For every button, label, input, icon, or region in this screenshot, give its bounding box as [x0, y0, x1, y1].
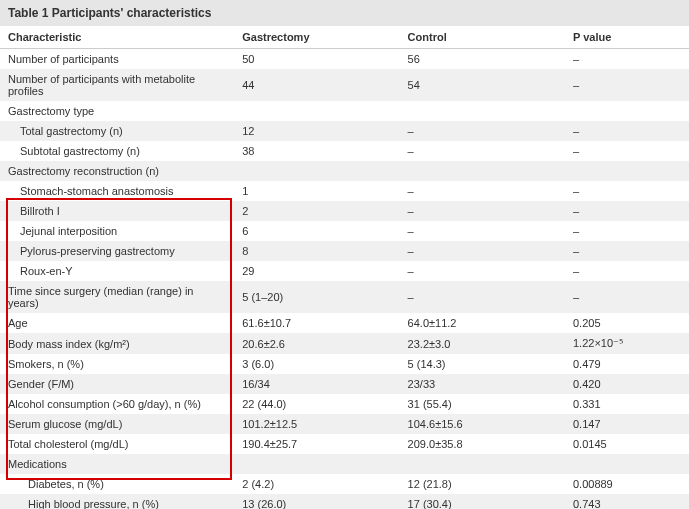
cell-pvalue: –	[565, 181, 689, 201]
cell-label: Body mass index (kg/m²)	[0, 333, 234, 354]
table-row: Serum glucose (mg/dL)101.2±12.5104.6±15.…	[0, 414, 689, 434]
cell-control: 5 (14.3)	[400, 354, 565, 374]
header-gastrectomy: Gastrectomy	[234, 26, 399, 49]
cell-gastrectomy: 101.2±12.5	[234, 414, 399, 434]
cell-pvalue: 0.00889	[565, 474, 689, 494]
cell-control: 64.0±11.2	[400, 313, 565, 333]
cell-label: Alcohol consumption (>60 g/day), n (%)	[0, 394, 234, 414]
cell-gastrectomy: 38	[234, 141, 399, 161]
cell-control: –	[400, 261, 565, 281]
cell-control: –	[400, 121, 565, 141]
table-row: Subtotal gastrectomy (n)38––	[0, 141, 689, 161]
cell-pvalue: 0.743	[565, 494, 689, 509]
cell-label: Diabetes, n (%)	[0, 474, 234, 494]
table-row: Jejunal interposition6––	[0, 221, 689, 241]
cell-label: Gastrectomy type	[0, 101, 234, 121]
cell-pvalue: –	[565, 49, 689, 70]
cell-gastrectomy: 20.6±2.6	[234, 333, 399, 354]
cell-control: 12 (21.8)	[400, 474, 565, 494]
cell-control: 23/33	[400, 374, 565, 394]
cell-gastrectomy: 13 (26.0)	[234, 494, 399, 509]
cell-gastrectomy: 190.4±25.7	[234, 434, 399, 454]
cell-control: –	[400, 241, 565, 261]
cell-gastrectomy: 3 (6.0)	[234, 354, 399, 374]
table-row: Medications	[0, 454, 689, 474]
cell-gastrectomy	[234, 454, 399, 474]
cell-label: Jejunal interposition	[0, 221, 234, 241]
table-row: Gender (F/M)16/3423/330.420	[0, 374, 689, 394]
cell-pvalue: –	[565, 241, 689, 261]
cell-control: –	[400, 181, 565, 201]
cell-label: Total cholesterol (mg/dL)	[0, 434, 234, 454]
cell-pvalue: 0.205	[565, 313, 689, 333]
table-row: Body mass index (kg/m²)20.6±2.623.2±3.01…	[0, 333, 689, 354]
cell-label: Stomach-stomach anastomosis	[0, 181, 234, 201]
cell-control	[400, 161, 565, 181]
cell-pvalue	[565, 454, 689, 474]
cell-label: Time since surgery (median (range) in ye…	[0, 281, 234, 313]
cell-label: Total gastrectomy (n)	[0, 121, 234, 141]
table-row: Number of participants with metabolite p…	[0, 69, 689, 101]
cell-pvalue: –	[565, 281, 689, 313]
cell-control	[400, 454, 565, 474]
table-row: Gastrectomy reconstruction (n)	[0, 161, 689, 181]
table-title: Table 1 Participants' characteristics	[0, 0, 689, 26]
cell-control: 23.2±3.0	[400, 333, 565, 354]
header-control: Control	[400, 26, 565, 49]
table-row: Smokers, n (%)3 (6.0)5 (14.3)0.479	[0, 354, 689, 374]
cell-control: 31 (55.4)	[400, 394, 565, 414]
cell-gastrectomy	[234, 101, 399, 121]
cell-control: –	[400, 141, 565, 161]
cell-control: –	[400, 281, 565, 313]
cell-gastrectomy: 2 (4.2)	[234, 474, 399, 494]
cell-gastrectomy: 44	[234, 69, 399, 101]
cell-gastrectomy: 12	[234, 121, 399, 141]
cell-gastrectomy: 61.6±10.7	[234, 313, 399, 333]
cell-pvalue	[565, 161, 689, 181]
cell-pvalue: –	[565, 261, 689, 281]
table-row: Billroth I2––	[0, 201, 689, 221]
table-row: Pylorus-preserving gastrectomy8––	[0, 241, 689, 261]
cell-control: –	[400, 221, 565, 241]
cell-pvalue: 0.331	[565, 394, 689, 414]
table-row: High blood pressure, n (%)13 (26.0)17 (3…	[0, 494, 689, 509]
cell-label: Smokers, n (%)	[0, 354, 234, 374]
table-row: Stomach-stomach anastomosis1––	[0, 181, 689, 201]
cell-label: Pylorus-preserving gastrectomy	[0, 241, 234, 261]
cell-pvalue: 0.0145	[565, 434, 689, 454]
cell-label: Age	[0, 313, 234, 333]
cell-pvalue: –	[565, 69, 689, 101]
cell-pvalue: 0.420	[565, 374, 689, 394]
cell-label: Number of participants with metabolite p…	[0, 69, 234, 101]
table-body: Number of participants5056–Number of par…	[0, 49, 689, 510]
table-row: Time since surgery (median (range) in ye…	[0, 281, 689, 313]
cell-pvalue: –	[565, 141, 689, 161]
cell-gastrectomy: 29	[234, 261, 399, 281]
cell-control	[400, 101, 565, 121]
cell-gastrectomy: 6	[234, 221, 399, 241]
cell-label: Subtotal gastrectomy (n)	[0, 141, 234, 161]
cell-label: Medications	[0, 454, 234, 474]
cell-label: Number of participants	[0, 49, 234, 70]
cell-gastrectomy: 50	[234, 49, 399, 70]
table-row: Number of participants5056–	[0, 49, 689, 70]
cell-gastrectomy: 22 (44.0)	[234, 394, 399, 414]
cell-label: Serum glucose (mg/dL)	[0, 414, 234, 434]
cell-gastrectomy: 8	[234, 241, 399, 261]
table-row: Total gastrectomy (n)12––	[0, 121, 689, 141]
cell-gastrectomy: 16/34	[234, 374, 399, 394]
cell-label: Billroth I	[0, 201, 234, 221]
cell-control: 56	[400, 49, 565, 70]
cell-label: Gastrectomy reconstruction (n)	[0, 161, 234, 181]
cell-control: 104.6±15.6	[400, 414, 565, 434]
table-row: Diabetes, n (%)2 (4.2)12 (21.8)0.00889	[0, 474, 689, 494]
header-pvalue: P value	[565, 26, 689, 49]
cell-pvalue: –	[565, 121, 689, 141]
table-row: Roux-en-Y29––	[0, 261, 689, 281]
page-container: Table 1 Participants' characteristics Ch…	[0, 0, 689, 509]
table-row: Total cholesterol (mg/dL)190.4±25.7209.0…	[0, 434, 689, 454]
cell-pvalue: 1.22×10⁻⁵	[565, 333, 689, 354]
cell-label: Gender (F/M)	[0, 374, 234, 394]
cell-label: Roux-en-Y	[0, 261, 234, 281]
cell-pvalue: 0.147	[565, 414, 689, 434]
